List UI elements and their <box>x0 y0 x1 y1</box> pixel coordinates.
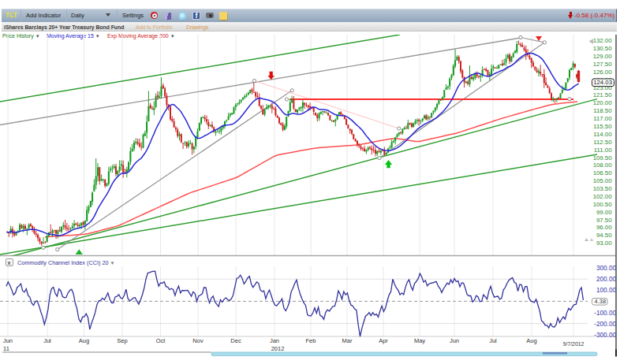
svg-text:-200.00: -200.00 <box>594 321 616 328</box>
svg-text:100.00: 100.00 <box>596 287 616 294</box>
svg-text:129.00: 129.00 <box>593 53 613 60</box>
svg-text:105.00: 105.00 <box>593 177 613 184</box>
svg-text:111.00: 111.00 <box>594 147 612 154</box>
svg-text:96.00: 96.00 <box>596 224 612 231</box>
svg-text:2012: 2012 <box>271 345 285 352</box>
svg-text:200.00: 200.00 <box>596 276 616 283</box>
svg-text:130.50: 130.50 <box>593 45 613 52</box>
svg-text:Jul: Jul <box>489 337 497 344</box>
svg-text:108.00: 108.00 <box>593 162 613 169</box>
svg-text:106.50: 106.50 <box>593 169 613 176</box>
svg-text:4.38: 4.38 <box>595 298 606 305</box>
svg-text:Feb: Feb <box>306 337 316 344</box>
svg-text:Jun: Jun <box>450 337 459 344</box>
svg-text:132.00: 132.00 <box>593 37 613 44</box>
svg-text:Dec: Dec <box>230 337 241 344</box>
svg-text:-300.00: -300.00 <box>594 332 616 339</box>
svg-text:Nov: Nov <box>192 337 204 344</box>
svg-text:11: 11 <box>3 345 9 352</box>
svg-text:114.00: 114.00 <box>593 131 612 138</box>
svg-text:100.50: 100.50 <box>593 201 613 208</box>
svg-text:300.00: 300.00 <box>596 265 616 272</box>
svg-text:Jun: Jun <box>3 337 13 344</box>
svg-text:117.00: 117.00 <box>593 115 612 122</box>
svg-text:Aug: Aug <box>79 337 89 344</box>
svg-text:Apr: Apr <box>379 337 388 344</box>
svg-text:Sep: Sep <box>117 337 127 344</box>
svg-text:97.50: 97.50 <box>596 217 612 224</box>
svg-text:127.50: 127.50 <box>593 61 613 68</box>
svg-text:May: May <box>414 337 425 344</box>
svg-text:94.50: 94.50 <box>596 232 612 239</box>
svg-text:118.50: 118.50 <box>593 107 612 114</box>
svg-text:93.00: 93.00 <box>596 240 612 247</box>
svg-text:124.03: 124.03 <box>593 79 612 86</box>
svg-text:9/7/2012: 9/7/2012 <box>563 341 585 347</box>
svg-text:103.50: 103.50 <box>593 185 613 192</box>
svg-text:Jul: Jul <box>43 337 51 344</box>
svg-text:120.00: 120.00 <box>593 99 613 106</box>
svg-text:Jan: Jan <box>270 337 279 344</box>
svg-text:99.00: 99.00 <box>596 209 612 216</box>
svg-text:109.50: 109.50 <box>593 154 613 162</box>
svg-text:Mar: Mar <box>342 337 353 344</box>
svg-text:102.00: 102.00 <box>593 193 613 200</box>
svg-text:126.00: 126.00 <box>593 69 613 76</box>
svg-text:Oct: Oct <box>156 337 166 344</box>
svg-text:121.50: 121.50 <box>593 91 613 98</box>
svg-text:Aug: Aug <box>526 337 536 344</box>
svg-text:112.50: 112.50 <box>593 139 612 146</box>
svg-text:115.50: 115.50 <box>593 123 612 130</box>
svg-text:-100.00: -100.00 <box>594 310 616 317</box>
